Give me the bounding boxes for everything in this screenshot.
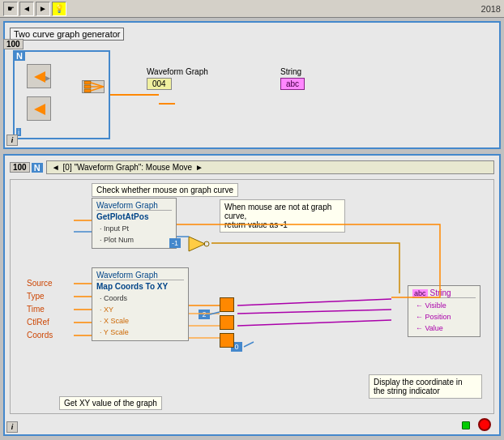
- string-port-position: ← Position: [412, 311, 476, 323]
- port-input-pt: · Input Pt: [96, 223, 172, 234]
- back-btn[interactable]: ◄: [19, 2, 34, 16]
- run-indicator: [462, 421, 470, 429]
- waveform-graph-label-2: Waveform Graph: [96, 271, 184, 280]
- bundle-node: [82, 80, 105, 93]
- string-label-top: String: [280, 67, 305, 76]
- waveform-node: 004: [147, 78, 172, 90]
- svg-line-25: [237, 320, 391, 326]
- string-panel-header: abc String: [412, 288, 476, 298]
- event-arrow-right: ►: [195, 163, 203, 172]
- svg-line-23: [237, 299, 391, 305]
- event-arrow-left: ◄: [52, 163, 60, 172]
- svg-rect-3: [84, 81, 91, 84]
- bottom-loop-indicator: 100 N: [10, 162, 43, 173]
- waveform-graph-group: Waveform Graph 004: [147, 67, 208, 90]
- bottom-loop-n: N: [32, 163, 43, 173]
- string-icon: abc: [412, 289, 428, 297]
- cluster-area: [220, 297, 234, 348]
- svg-marker-2: [34, 104, 45, 115]
- string-panel: abc String ← Visible ← Position ← Value: [408, 285, 481, 337]
- svg-rect-5: [84, 89, 91, 92]
- port-plot-num: · Plot Num: [96, 234, 172, 246]
- not-gate: [187, 235, 210, 254]
- svg-line-26: [210, 312, 220, 314]
- map-port-xy: · XY: [96, 304, 184, 315]
- check-comment: Check whether mouse on graph curve: [92, 183, 238, 197]
- info-icon-top[interactable]: i: [6, 135, 18, 146]
- svg-text:▶: ▶: [45, 75, 51, 82]
- waveform-graph-label: Waveform Graph: [147, 67, 208, 76]
- stop-button[interactable]: [478, 418, 491, 431]
- map-port-yscale: · Y Scale: [96, 327, 184, 338]
- loop-n-label: N: [14, 51, 25, 61]
- source-labels: Source Type Time CtlRef Coords: [27, 277, 53, 342]
- svg-marker-0: [34, 71, 45, 83]
- sub-vi-2: [27, 96, 51, 121]
- map-label: Map Coords To XY: [96, 282, 184, 291]
- info-icon-bottom[interactable]: i: [6, 421, 18, 433]
- sub-vi-1: ▶: [27, 64, 51, 88]
- array-node-2: [220, 315, 234, 330]
- for-loop: N 100 ▶ i: [13, 50, 110, 139]
- forward-btn[interactable]: ►: [36, 2, 50, 16]
- highlight-btn[interactable]: 💡: [52, 2, 66, 16]
- map-port-xscale: · X Scale: [96, 315, 184, 327]
- inner-diagram: Check whether mouse on graph curve Wavef…: [10, 179, 494, 414]
- waveform-graph-label-1: Waveform Graph: [96, 201, 172, 211]
- toolbar: ☛ ◄ ► 💡 2018: [0, 0, 504, 18]
- year-label: 2018: [481, 4, 501, 14]
- top-panel: Two curve graph generator N 100 ▶ i: [3, 21, 501, 149]
- array-nodes: [220, 297, 234, 348]
- string-port-visible: ← Visible: [412, 300, 476, 311]
- event-label: [0] "Waveform Graph": Mouse Move: [63, 163, 193, 172]
- not-comment: When mouse are not at graph curve, retur…: [220, 199, 345, 233]
- bottom-panel: 100 N ◄ [0] "Waveform Graph": Mouse Move…: [3, 154, 501, 436]
- get-plot-label: GetPlotAtPos: [96, 212, 172, 221]
- source-label-type: Type: [27, 290, 53, 303]
- array-node-3: [220, 333, 234, 348]
- get-plot-panel: Waveform Graph GetPlotAtPos · Input Pt ·…: [92, 198, 177, 249]
- get-xy-comment: Get XY value of the graph: [59, 396, 162, 410]
- hand-tool-btn[interactable]: ☛: [3, 2, 18, 16]
- svg-line-24: [237, 310, 391, 314]
- string-port-value: ← Value: [412, 323, 476, 334]
- top-panel-title: Two curve graph generator: [10, 28, 124, 41]
- svg-marker-11: [189, 237, 205, 251]
- string-group-top: String abc: [280, 67, 305, 90]
- svg-rect-4: [84, 85, 91, 88]
- source-label-coords: Coords: [27, 329, 53, 342]
- map-port-coords: · Coords: [96, 293, 184, 304]
- map-coords-panel: Waveform Graph Map Coords To XY · Coords…: [92, 267, 189, 341]
- svg-line-27: [244, 342, 254, 347]
- const-2: 2: [199, 310, 210, 319]
- event-bar: ◄ [0] "Waveform Graph": Mouse Move ►: [46, 160, 494, 174]
- source-label-time: Time: [27, 303, 53, 316]
- array-node-1: [220, 297, 234, 312]
- source-label-source: Source: [27, 277, 53, 290]
- string-node-top: abc: [280, 78, 305, 90]
- display-comment: Display the coordinate in the string ind…: [369, 374, 482, 399]
- source-label-ctlref: CtlRef: [27, 316, 53, 329]
- bottom-n-const: 100: [10, 162, 30, 173]
- neg1-const: -1: [169, 238, 181, 248]
- n-const-100: 100: [3, 39, 23, 49]
